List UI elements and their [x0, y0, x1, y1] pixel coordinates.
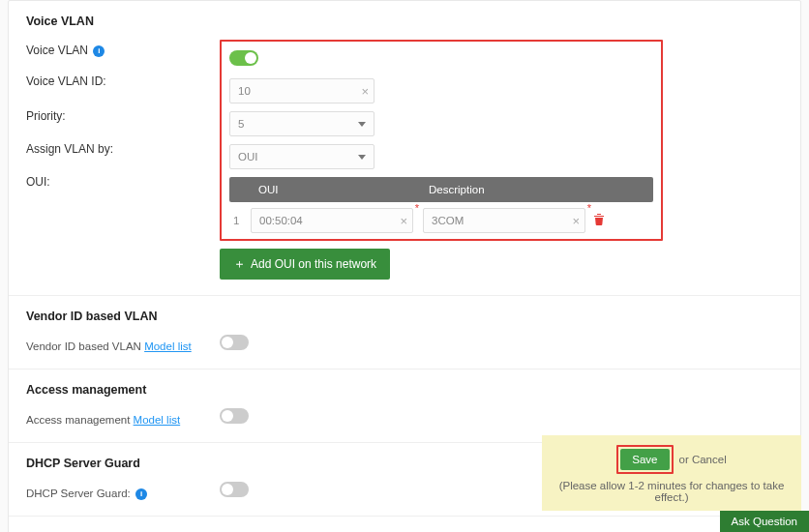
desc-col-header: Description	[429, 184, 645, 195]
dhcp-guard-label: DHCP Server Guard: i	[26, 482, 220, 500]
voice-vlan-title: Voice VLAN	[26, 15, 783, 28]
plus-icon: ＋	[233, 255, 246, 273]
dhcp-guard-toggle[interactable]	[220, 482, 249, 497]
trash-icon[interactable]	[593, 213, 605, 228]
save-footer: Save or Cancel (Please allow 1-2 minutes…	[542, 435, 801, 511]
section-vendor-vlan: Vendor ID based VLAN Vendor ID based VLA…	[9, 295, 800, 369]
save-highlight: Save	[616, 445, 673, 474]
voice-vlan-oui-label: OUI:	[26, 167, 220, 196]
save-button[interactable]: Save	[620, 449, 669, 470]
vendor-vlan-label: Vendor ID based VLAN Model list	[26, 335, 220, 352]
voice-vlan-highlight: × 5 OUI OUI	[220, 40, 663, 241]
model-list-link[interactable]: Model list	[134, 414, 181, 426]
oui-col-header: OUI	[258, 184, 429, 195]
voice-vlan-toggle[interactable]	[229, 50, 258, 66]
row-number: 1	[233, 215, 251, 226]
required-star: *	[415, 202, 419, 214]
table-row: 1 × * × *	[229, 202, 653, 233]
voice-vlan-priority-label: Priority:	[26, 102, 220, 134]
clear-icon[interactable]: ×	[572, 214, 580, 228]
vendor-vlan-title: Vendor ID based VLAN	[26, 310, 783, 323]
access-mgmt-title: Access management	[26, 383, 783, 397]
add-oui-button[interactable]: ＋ Add OUI on this network	[220, 249, 390, 280]
cancel-link[interactable]: or Cancel	[679, 454, 727, 465]
voice-vlan-id-input[interactable]	[229, 78, 375, 103]
chevron-down-icon	[358, 155, 366, 160]
info-icon[interactable]: i	[93, 45, 105, 57]
required-star: *	[587, 202, 591, 214]
access-mgmt-label: Access management Model list	[26, 408, 220, 426]
oui-table-header: OUI Description	[229, 177, 653, 202]
section-access-mgmt: Access management Access management Mode…	[9, 369, 800, 442]
clear-icon[interactable]: ×	[400, 214, 407, 228]
clear-icon[interactable]: ×	[361, 84, 369, 99]
model-list-link[interactable]: Model list	[144, 340, 192, 352]
access-mgmt-toggle[interactable]	[220, 408, 249, 424]
save-note: (Please allow 1-2 minutes for changes to…	[555, 480, 788, 503]
info-icon[interactable]: i	[135, 488, 147, 500]
assign-vlan-select[interactable]: OUI	[229, 144, 375, 169]
section-ip-source-guard: IP source guard Model list IP source gua…	[9, 516, 800, 532]
oui-desc-input[interactable]	[423, 208, 585, 233]
oui-input[interactable]	[251, 208, 413, 233]
voice-vlan-id-label: Voice VLAN ID:	[26, 65, 220, 102]
priority-select[interactable]: 5	[229, 111, 375, 136]
voice-vlan-enable-label: Voice VLAN i	[26, 40, 220, 65]
vendor-vlan-toggle[interactable]	[220, 335, 249, 350]
ask-question-button[interactable]: Ask Question	[720, 511, 809, 532]
voice-vlan-assign-label: Assign VLAN by:	[26, 134, 220, 167]
section-voice-vlan: Voice VLAN Voice VLAN i Voice VLAN ID: P…	[9, 1, 800, 295]
chevron-down-icon	[358, 122, 366, 127]
